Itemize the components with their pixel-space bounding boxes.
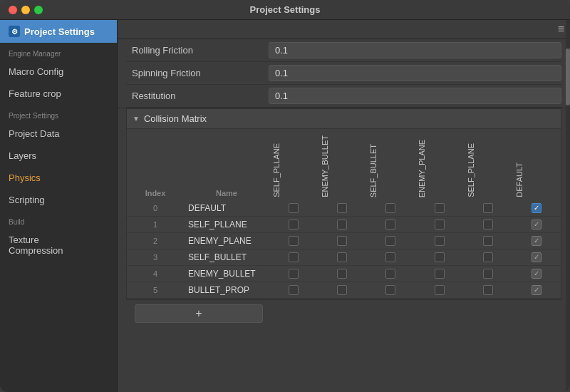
checkbox-cell bbox=[464, 233, 512, 249]
matrix-body: 0DEFAULT✓1SELF_PLLANE✓2ENEMY_PLANE✓3SELF… bbox=[127, 200, 561, 299]
sidebar-item-project-data[interactable]: Project Data bbox=[0, 123, 117, 145]
checkbox[interactable] bbox=[337, 285, 347, 295]
table-row: 5BULLET_PROP✓ bbox=[127, 282, 561, 299]
col-header-self-pllane: SELF_PLLANE bbox=[269, 129, 318, 200]
checkbox[interactable] bbox=[385, 285, 395, 295]
checkbox[interactable]: ✓ bbox=[532, 285, 542, 295]
checkbox-cell bbox=[464, 266, 512, 282]
sidebar-item-macro-config[interactable]: Macro Config bbox=[0, 61, 117, 83]
checkbox[interactable] bbox=[483, 236, 493, 246]
checkbox-cell bbox=[415, 233, 463, 249]
checkbox[interactable]: ✓ bbox=[532, 269, 542, 279]
checkbox[interactable]: ✓ bbox=[532, 203, 542, 213]
checkbox[interactable] bbox=[435, 203, 445, 213]
sidebar-item-feature-crop[interactable]: Feature crop bbox=[0, 83, 117, 105]
table-row: 4ENEMY_BULLET✓ bbox=[127, 266, 561, 282]
restitution-input[interactable] bbox=[269, 88, 561, 104]
checkbox-cell bbox=[269, 266, 318, 282]
col-header-default: DEFAULT bbox=[512, 129, 561, 200]
sidebar-item-physics[interactable]: Physics bbox=[0, 167, 117, 189]
checkbox[interactable] bbox=[337, 236, 347, 246]
checkbox[interactable] bbox=[385, 203, 395, 213]
menu-icon[interactable]: ≡ bbox=[558, 23, 564, 36]
scrollbar-thumb bbox=[566, 48, 570, 105]
checkbox-cell bbox=[415, 217, 463, 233]
checkbox-cell: ✓ bbox=[512, 233, 561, 249]
checkbox[interactable]: ✓ bbox=[532, 252, 542, 262]
sidebar-item-scripting[interactable]: Scripting bbox=[0, 189, 117, 211]
checkbox-cell bbox=[464, 282, 512, 299]
checkbox-cell bbox=[366, 266, 415, 282]
checkbox[interactable]: ✓ bbox=[532, 236, 542, 246]
checkbox-cell bbox=[318, 217, 366, 233]
content-area: ≡ Rolling Friction Spinning Friction Res… bbox=[118, 20, 570, 392]
traffic-lights bbox=[9, 6, 43, 14]
checkbox[interactable] bbox=[483, 269, 493, 279]
checkbox[interactable] bbox=[483, 285, 493, 295]
checkbox[interactable]: ✓ bbox=[532, 220, 542, 229]
col-label-self-bullet: SELF_BULLET bbox=[366, 141, 380, 200]
row-index: 4 bbox=[127, 266, 184, 282]
checkbox-cell bbox=[366, 249, 415, 266]
checkbox[interactable] bbox=[337, 269, 347, 279]
section-label-build: Build bbox=[0, 211, 117, 229]
checkbox[interactable] bbox=[483, 220, 493, 229]
checkbox[interactable] bbox=[289, 285, 299, 295]
col-header-enemy-plane: ENEMY_PLANE bbox=[415, 129, 463, 200]
close-button[interactable] bbox=[9, 6, 17, 14]
checkbox[interactable] bbox=[385, 220, 395, 229]
rolling-friction-row: Rolling Friction bbox=[126, 39, 561, 62]
col-label-enemy-plane: ENEMY_PLANE bbox=[415, 137, 429, 200]
table-row: 0DEFAULT✓ bbox=[127, 200, 561, 217]
sidebar-item-texture[interactable]: TextureCompression bbox=[0, 229, 117, 262]
checkbox[interactable] bbox=[385, 236, 395, 246]
checkbox[interactable] bbox=[289, 236, 299, 246]
add-layer-button[interactable]: + bbox=[135, 304, 263, 323]
checkbox[interactable] bbox=[435, 252, 445, 262]
checkbox-cell bbox=[366, 200, 415, 217]
maximize-button[interactable] bbox=[34, 6, 43, 14]
minimize-button[interactable] bbox=[21, 6, 30, 14]
collision-matrix-table: Index Name SELF_PLLANE ENEMY_BULLET bbox=[127, 129, 561, 299]
checkbox[interactable] bbox=[289, 203, 299, 213]
table-row: 1SELF_PLLANE✓ bbox=[127, 217, 561, 233]
checkbox[interactable] bbox=[483, 252, 493, 262]
checkbox[interactable] bbox=[337, 203, 347, 213]
main-layout: ⚙ Project Settings Engine Manager Macro … bbox=[0, 20, 570, 392]
checkbox[interactable] bbox=[435, 285, 445, 295]
collision-header[interactable]: ▼ Collision Matrix bbox=[126, 108, 561, 129]
checkbox[interactable] bbox=[337, 220, 347, 229]
sidebar-item-layers[interactable]: Layers bbox=[0, 145, 117, 167]
checkbox-cell bbox=[464, 200, 512, 217]
checkbox-cell bbox=[269, 217, 318, 233]
checkbox[interactable] bbox=[435, 220, 445, 229]
row-index: 3 bbox=[127, 249, 184, 266]
collision-section: ▼ Collision Matrix Index Name bbox=[118, 108, 570, 392]
checkbox-cell bbox=[269, 282, 318, 299]
checkbox[interactable] bbox=[289, 269, 299, 279]
col-label-enemy-bullet: ENEMY_BULLET bbox=[318, 133, 332, 200]
col-label-self-plane: SELF_PLLANE bbox=[464, 140, 478, 200]
section-label-engine: Engine Manager bbox=[0, 43, 117, 61]
content-header: ≡ bbox=[118, 20, 570, 39]
checkbox-cell bbox=[415, 266, 463, 282]
rolling-friction-input[interactable] bbox=[269, 42, 561, 58]
checkbox-cell: ✓ bbox=[512, 217, 561, 233]
name-header: Name bbox=[184, 129, 269, 200]
add-row: + bbox=[126, 299, 561, 327]
collision-matrix-title: Collision Matrix bbox=[144, 113, 207, 124]
checkbox[interactable] bbox=[385, 269, 395, 279]
checkbox[interactable] bbox=[435, 236, 445, 246]
spinning-friction-input[interactable] bbox=[269, 65, 561, 81]
table-row: 3SELF_BULLET✓ bbox=[127, 249, 561, 266]
checkbox[interactable] bbox=[483, 203, 493, 213]
checkbox-cell bbox=[366, 217, 415, 233]
checkbox[interactable] bbox=[337, 252, 347, 262]
checkbox[interactable] bbox=[385, 252, 395, 262]
right-scrollbar[interactable] bbox=[566, 20, 570, 392]
checkbox[interactable] bbox=[289, 252, 299, 262]
table-row: 2ENEMY_PLANE✓ bbox=[127, 233, 561, 249]
checkbox[interactable] bbox=[435, 269, 445, 279]
checkbox-cell: ✓ bbox=[512, 249, 561, 266]
checkbox[interactable] bbox=[289, 220, 299, 229]
